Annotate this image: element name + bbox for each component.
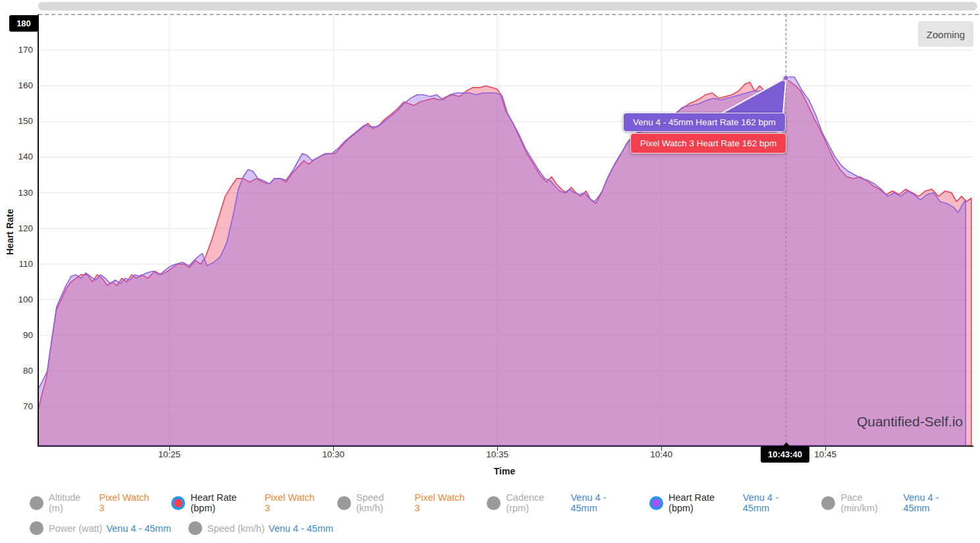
legend-item-altitude-m-pixel-watch-3[interactable]: Altitude (m)Pixel Watch 3 bbox=[30, 492, 154, 513]
tooltip-venu-heart-rate: Venu 4 - 45mm Heart Rate 162 bpm bbox=[623, 113, 786, 132]
legend-metric-label: Cadence (rpm) bbox=[506, 492, 566, 513]
legend-metric-label: Power (watt) bbox=[49, 523, 102, 534]
x-axis-line bbox=[38, 445, 973, 447]
legend-metric-label: Heart Rate (bpm) bbox=[190, 492, 261, 513]
legend-device-label: Venu 4 - 45mm bbox=[269, 523, 333, 534]
legend-device-label: Venu 4 - 45mm bbox=[106, 523, 171, 534]
legend-metric-label: Heart Rate (bpm) bbox=[668, 492, 739, 513]
legend-series-icon bbox=[30, 496, 43, 510]
legend-device-label: Venu 4 - 45mm bbox=[903, 492, 965, 513]
legend-item-speed-km-h-pixel-watch-3[interactable]: Speed (km/h)Pixel Watch 3 bbox=[337, 492, 470, 513]
legend-device-label: Pixel Watch 3 bbox=[415, 492, 470, 513]
y-tick-label: 150 bbox=[5, 116, 33, 126]
navigator-scrollbar[interactable] bbox=[38, 2, 977, 11]
legend-series-icon bbox=[821, 496, 835, 510]
plot-area[interactable] bbox=[38, 14, 973, 445]
legend-device-label: Venu 4 - 45mm bbox=[570, 492, 632, 513]
legend-metric-label: Speed (km/h) bbox=[356, 492, 411, 513]
legend-metric-label: Altitude (m) bbox=[49, 492, 95, 513]
legend-device-label: Pixel Watch 3 bbox=[99, 492, 154, 513]
y-tick-label: 90 bbox=[5, 330, 33, 340]
legend-item-heart-rate-bpm-pixel-watch-3[interactable]: Heart Rate (bpm)Pixel Watch 3 bbox=[171, 492, 320, 513]
legend-device-label: Pixel Watch 3 bbox=[265, 492, 320, 513]
legend-series-icon bbox=[487, 496, 501, 510]
y-tick-label: 80 bbox=[5, 366, 33, 376]
legend-series-icon bbox=[171, 496, 185, 510]
y-tick-label: 70 bbox=[5, 401, 33, 411]
legend-row: Power (watt)Venu 4 - 45mmSpeed (km/h)Ven… bbox=[30, 521, 965, 535]
y-axis-crosshair-label: 180 bbox=[9, 15, 38, 32]
legend-metric-label: Pace (min/km) bbox=[840, 492, 899, 513]
legend-series-icon bbox=[188, 521, 202, 535]
legend-series-icon bbox=[30, 521, 43, 535]
legend-metric-label: Speed (km/h) bbox=[207, 523, 265, 534]
legend: Altitude (m)Pixel Watch 3Heart Rate (bpm… bbox=[30, 492, 965, 543]
y-tick-label: 100 bbox=[5, 295, 33, 304]
legend-item-speed-km-h-venu-4-45mm[interactable]: Speed (km/h)Venu 4 - 45mm bbox=[188, 521, 333, 535]
legend-device-label: Venu 4 - 45mm bbox=[743, 492, 805, 513]
heart-rate-comparison-chart: 170160150140130120110100908070 10:2510:3… bbox=[0, 0, 980, 543]
hover-marker-venu bbox=[783, 75, 788, 80]
legend-series-icon bbox=[337, 496, 351, 510]
x-tick-label: 10:35 bbox=[471, 449, 524, 459]
y-tick-label: 160 bbox=[5, 80, 33, 90]
y-axis-title: Heart Rate bbox=[5, 202, 15, 262]
x-axis-title: Time bbox=[478, 466, 531, 476]
legend-item-pace-min-km-venu-4-45mm[interactable]: Pace (min/km)Venu 4 - 45mm bbox=[821, 492, 965, 513]
legend-series-icon bbox=[649, 496, 663, 510]
x-tick-label: 10:25 bbox=[143, 449, 196, 459]
legend-item-heart-rate-bpm-venu-4-45mm[interactable]: Heart Rate (bpm)Venu 4 - 45mm bbox=[649, 492, 804, 513]
series-area-venu-4-45mm-heart-rate bbox=[38, 77, 966, 445]
x-axis-crosshair-label: 10:43:40 bbox=[761, 446, 809, 463]
watermark: Quantified-Self.io bbox=[857, 414, 963, 430]
tooltip-pixel-heart-rate: Pixel Watch 3 Heart Rate 162 bpm bbox=[630, 133, 786, 154]
y-axis-line bbox=[38, 14, 39, 446]
legend-item-cadence-rpm-venu-4-45mm[interactable]: Cadence (rpm)Venu 4 - 45mm bbox=[487, 492, 632, 513]
legend-item-power-watt-venu-4-45mm[interactable]: Power (watt)Venu 4 - 45mm bbox=[30, 521, 171, 535]
y-tick-label: 130 bbox=[5, 188, 33, 198]
y-tick-label: 140 bbox=[5, 152, 33, 161]
x-tick-label: 10:40 bbox=[635, 449, 688, 459]
legend-row: Altitude (m)Pixel Watch 3Heart Rate (bpm… bbox=[30, 492, 965, 513]
x-tick-label: 10:30 bbox=[307, 449, 360, 459]
zooming-button[interactable]: Zooming bbox=[918, 21, 973, 47]
y-tick-label: 170 bbox=[5, 45, 33, 55]
